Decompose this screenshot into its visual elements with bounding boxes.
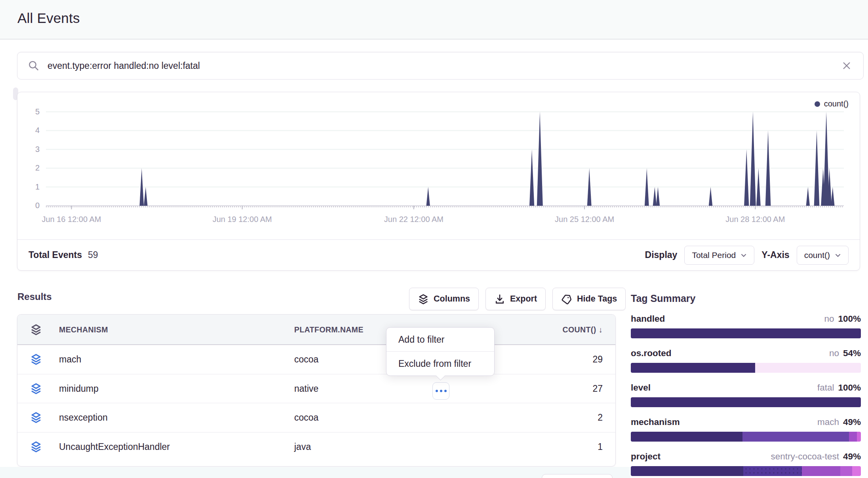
chevron-down-icon [740, 252, 747, 258]
legend-dot-icon [815, 101, 820, 107]
table-row[interactable]: minidumpnative27 [17, 374, 615, 404]
export-button[interactable]: Export [485, 288, 546, 310]
chevron-down-icon [835, 252, 841, 258]
cell-actions-menu: Add to filterExclude from filter [386, 327, 495, 376]
platform-value[interactable]: cocoa [294, 354, 318, 365]
x-tick-label: Jun 25 12:00 AM [537, 215, 632, 224]
table-row[interactable]: machcocoa29 [17, 345, 615, 374]
page-bottom-strip [0, 467, 630, 478]
count-value: 27 [592, 383, 603, 394]
page-title: All Events [17, 10, 80, 26]
tag-top-value: sentry-cocoa-test [771, 451, 839, 462]
display-select[interactable]: Total Period [684, 246, 754, 265]
tag-bar-segment[interactable] [755, 363, 861, 373]
stacked-events-icon[interactable] [30, 412, 42, 423]
hide-tags-button[interactable]: Hide Tags [552, 288, 626, 310]
page-header: All Events [0, 0, 868, 40]
events-spike-chart[interactable] [46, 109, 844, 212]
tag-bar-segment[interactable] [631, 328, 861, 338]
mechanism-value[interactable]: nsexception [59, 412, 108, 423]
table-row[interactable]: UncaughtExceptionHandlerjava1 [17, 432, 615, 462]
count-value: 1 [598, 442, 603, 452]
y-tick-label: 1 [17, 182, 40, 192]
tag-bar-segment[interactable] [857, 432, 861, 442]
tag-name: level [631, 383, 651, 393]
tag-bar-segment[interactable] [631, 466, 743, 476]
count-value: 2 [598, 412, 603, 423]
search-bar[interactable]: event.type:error handled:no level:fatal [17, 52, 864, 80]
tag-bar-segment[interactable] [631, 397, 861, 407]
platform-value[interactable]: native [294, 383, 318, 394]
chart-footer: Total Events 59 Display Total Period Y-A… [17, 239, 860, 271]
search-input[interactable]: event.type:error handled:no level:fatal [48, 61, 840, 71]
pagination-button-cutoff[interactable] [542, 474, 613, 478]
tag-bar-segment[interactable] [852, 466, 861, 476]
display-label: Display [645, 250, 678, 260]
tag-summary: Tag Summary handledno100%os.rootedno54%l… [631, 293, 861, 478]
mechanism-value[interactable]: UncaughtExceptionHandler [59, 442, 170, 452]
x-tick-label: Jun 16 12:00 AM [24, 215, 119, 224]
y-axis-select[interactable]: count() [797, 246, 849, 265]
results-table: MECHANISMPLATFORM.NAMECOUNT()↓ machcocoa… [17, 314, 616, 467]
tag-bar-segment[interactable] [743, 466, 802, 476]
tag-bar[interactable] [631, 466, 861, 476]
column-header-count[interactable]: COUNT()↓ [562, 325, 603, 334]
mechanism-value[interactable]: mach [59, 354, 81, 365]
tag-row-project: projectsentry-cocoa-test49% [631, 451, 861, 476]
stacked-events-icon[interactable] [30, 353, 42, 365]
columns-button[interactable]: Columns [409, 288, 479, 310]
y-axis-label: Y-Axis [761, 250, 789, 260]
tag-percent: 100% [838, 314, 861, 324]
tag-percent: 49% [843, 417, 861, 427]
results-toolbar: ColumnsExportHide Tags [409, 288, 626, 310]
platform-value[interactable]: cocoa [294, 412, 318, 423]
mechanism-value[interactable]: minidump [59, 383, 99, 394]
table-header-row: MECHANISMPLATFORM.NAMECOUNT()↓ [17, 315, 615, 345]
tag-bar-segment[interactable] [631, 363, 755, 373]
y-tick-label: 5 [17, 107, 40, 116]
download-icon [494, 294, 505, 305]
stacked-events-icon[interactable] [30, 383, 42, 395]
menu-item-add-to-filter[interactable]: Add to filter [386, 328, 494, 351]
y-tick-label: 4 [17, 126, 40, 135]
tag-bar-segment[interactable] [631, 432, 742, 442]
tag-bar-segment[interactable] [840, 466, 852, 476]
count-value: 29 [592, 354, 603, 365]
sort-desc-icon: ↓ [599, 325, 603, 334]
all-events-page: All Events event.type:error handled:no l… [0, 0, 868, 478]
tag-bar[interactable] [631, 363, 861, 373]
stacked-events-icon[interactable] [30, 441, 42, 453]
tag-icon [561, 294, 572, 305]
tag-bar[interactable] [631, 328, 861, 338]
column-header-platform-name[interactable]: PLATFORM.NAME [294, 325, 364, 334]
tag-percent: 49% [843, 451, 861, 462]
tag-bar-segment[interactable] [742, 432, 849, 442]
y-tick-label: 2 [17, 163, 40, 173]
tag-summary-title: Tag Summary [631, 293, 861, 304]
legend-label: count() [824, 99, 849, 108]
display-select-value: Total Period [692, 250, 736, 260]
tag-name: mechanism [631, 417, 680, 427]
tag-name: os.rooted [631, 348, 672, 358]
tag-name: project [631, 451, 661, 462]
column-header-mechanism[interactable]: MECHANISM [59, 325, 108, 334]
tag-percent: 54% [843, 348, 861, 358]
tag-bar-segment[interactable] [849, 432, 857, 442]
tag-top-value: no [829, 348, 839, 358]
cell-actions-button[interactable] [432, 382, 449, 400]
table-row[interactable]: nsexceptioncocoa2 [17, 403, 615, 432]
tag-percent: 100% [838, 383, 861, 393]
platform-value[interactable]: java [294, 442, 311, 452]
x-tick-label: Jun 19 12:00 AM [195, 215, 290, 224]
tag-bar-segment[interactable] [802, 466, 840, 476]
tag-bar[interactable] [631, 397, 861, 407]
columns-stack-icon [418, 294, 429, 305]
tag-top-value: no [824, 314, 834, 324]
results-title: Results [17, 291, 52, 302]
y-tick-label: 3 [17, 145, 40, 154]
y-axis-select-value: count() [804, 250, 830, 260]
close-icon[interactable] [840, 59, 853, 72]
tag-row-level: levelfatal100% [631, 383, 861, 407]
tag-bar[interactable] [631, 432, 861, 442]
total-events-label: Total Events [29, 250, 82, 260]
